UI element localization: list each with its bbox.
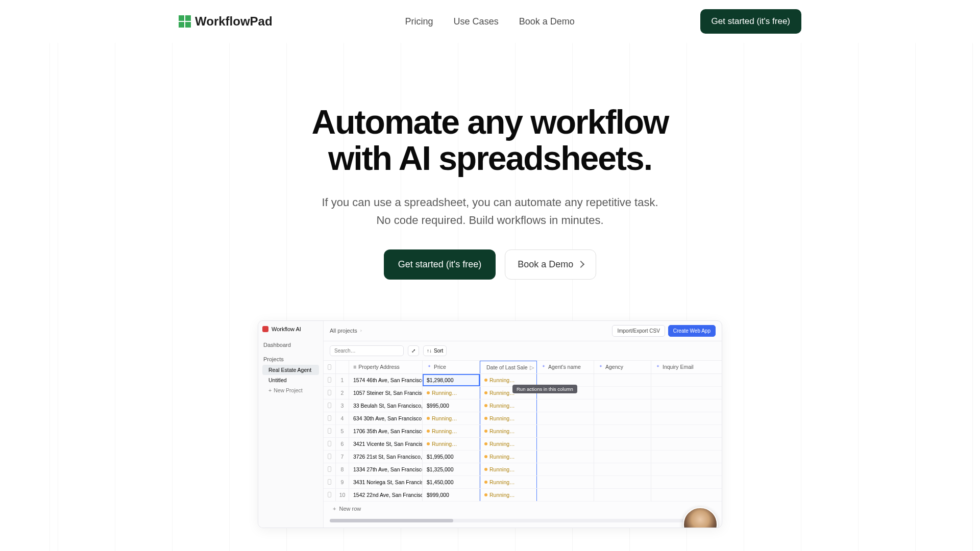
cell-price[interactable]: $995,000 — [423, 399, 480, 412]
cell-agency[interactable] — [594, 425, 651, 437]
cell-agent[interactable] — [537, 489, 594, 501]
cell-agent[interactable] — [537, 425, 594, 437]
table-row[interactable]: 63421 Vicente St, San Francisco, …Runnin… — [324, 438, 722, 450]
cell-email[interactable] — [651, 374, 718, 386]
cell-agent[interactable] — [537, 438, 594, 450]
row-checkbox[interactable] — [324, 438, 336, 450]
header-property-address[interactable]: ≡Property Address — [349, 361, 423, 373]
demo-brand[interactable]: Workflow AI — [262, 326, 319, 332]
table-row[interactable]: 101542 22nd Ave, San Francisco, …$999,00… — [324, 489, 722, 502]
cell-agency[interactable] — [594, 463, 651, 475]
cell-agency[interactable] — [594, 450, 651, 463]
play-icon[interactable]: ▷ — [530, 364, 534, 370]
cell-email[interactable] — [651, 412, 718, 424]
hero-get-started-button[interactable]: Get started (it's free) — [384, 249, 496, 280]
cell-date[interactable]: Running… — [480, 463, 537, 475]
cell-email[interactable] — [651, 399, 718, 412]
cell-agent[interactable] — [537, 412, 594, 424]
cell-price[interactable]: $1,298,000 — [423, 374, 480, 386]
cell-price[interactable]: Running… — [423, 412, 480, 424]
sidebar-project-untitled[interactable]: Untitled — [262, 375, 319, 385]
header-date-last-sale[interactable]: Date of Last Sale▷ — [480, 361, 537, 373]
cell-address[interactable]: 1334 27th Ave, San Francisco, C… — [349, 463, 423, 475]
cell-agency[interactable] — [594, 476, 651, 488]
sidebar-project-real-estate[interactable]: Real Estate Agent — [262, 365, 319, 375]
import-export-button[interactable]: Import/Export CSV — [612, 325, 665, 337]
row-checkbox[interactable] — [324, 399, 336, 412]
hero-book-demo-button[interactable]: Book a Demo — [505, 249, 596, 280]
header-agency[interactable]: Agency — [594, 361, 651, 373]
cell-date[interactable]: Running… — [480, 476, 537, 488]
header-price[interactable]: Price — [423, 361, 480, 373]
cell-email[interactable] — [651, 450, 718, 463]
header-checkbox[interactable] — [324, 361, 336, 373]
cell-price[interactable]: $999,000 — [423, 489, 480, 501]
cell-date[interactable]: Running… — [480, 412, 537, 424]
row-checkbox[interactable] — [324, 387, 336, 399]
cell-price[interactable]: Running… — [423, 387, 480, 399]
cell-price[interactable]: Running… — [423, 438, 480, 450]
cell-price[interactable]: $1,995,000 — [423, 450, 480, 463]
scrollbar-thumb[interactable] — [330, 519, 453, 522]
cell-agency[interactable] — [594, 399, 651, 412]
table-row[interactable]: 4634 30th Ave, San Francisco, C…Running…… — [324, 412, 722, 425]
cell-address[interactable]: 3726 21st St, San Francisco, CA … — [349, 450, 423, 463]
horizontal-scrollbar[interactable] — [330, 519, 716, 522]
new-row-button[interactable]: +New row — [324, 502, 722, 516]
cell-price[interactable]: $1,325,000 — [423, 463, 480, 475]
nav-book-demo[interactable]: Book a Demo — [519, 16, 575, 27]
cell-email[interactable] — [651, 476, 718, 488]
cell-date[interactable]: Running… — [480, 450, 537, 463]
cell-address[interactable]: 3431 Noriega St, San Francisco, … — [349, 476, 423, 488]
cell-address[interactable]: 33 Beulah St, San Francisco, CA… — [349, 399, 423, 412]
cell-date[interactable]: Running… — [480, 489, 537, 501]
cell-agency[interactable] — [594, 374, 651, 386]
nav-pricing[interactable]: Pricing — [405, 16, 433, 27]
cell-agency[interactable] — [594, 438, 651, 450]
cell-date[interactable]: Running… — [480, 438, 537, 450]
sidebar-item-dashboard[interactable]: Dashboard — [262, 339, 319, 350]
cell-agent[interactable] — [537, 476, 594, 488]
table-row[interactable]: 51706 35th Ave, San Francisco, C…Running… — [324, 425, 722, 438]
header-agent-name[interactable]: Agent's name — [537, 361, 594, 373]
table-row[interactable]: 93431 Noriega St, San Francisco, …$1,450… — [324, 476, 722, 489]
cell-agent[interactable] — [537, 450, 594, 463]
cell-address[interactable]: 1057 Steiner St, San Francisco, … — [349, 387, 423, 399]
row-checkbox[interactable] — [324, 374, 336, 386]
expand-button[interactable]: ⤢ — [408, 345, 419, 356]
table-row[interactable]: 73726 21st St, San Francisco, CA …$1,995… — [324, 450, 722, 463]
cell-email[interactable] — [651, 489, 718, 501]
cell-address[interactable]: 1574 46th Ave, San Francisco, C… — [349, 374, 423, 386]
cell-email[interactable] — [651, 463, 718, 475]
row-checkbox[interactable] — [324, 412, 336, 424]
cell-agency[interactable] — [594, 489, 651, 501]
row-checkbox[interactable] — [324, 476, 336, 488]
create-web-app-button[interactable]: Create Web App — [668, 325, 716, 337]
table-row[interactable]: 333 Beulah St, San Francisco, CA…$995,00… — [324, 399, 722, 412]
table-row[interactable]: 81334 27th Ave, San Francisco, C…$1,325,… — [324, 463, 722, 476]
cell-price[interactable]: $1,450,000 — [423, 476, 480, 488]
row-checkbox[interactable] — [324, 489, 336, 501]
breadcrumb[interactable]: All projects › — [330, 328, 362, 334]
sidebar-new-project[interactable]: +New Project — [262, 385, 319, 395]
cell-date[interactable]: Running… — [480, 425, 537, 437]
header-get-started-button[interactable]: Get started (it's free) — [700, 9, 801, 34]
sort-button[interactable]: ↑↓Sort — [423, 345, 447, 356]
header-inquiry-email[interactable]: Inquiry Email — [651, 361, 718, 373]
cell-address[interactable]: 3421 Vicente St, San Francisco, … — [349, 438, 423, 450]
nav-use-cases[interactable]: Use Cases — [454, 16, 499, 27]
row-checkbox[interactable] — [324, 450, 336, 463]
cell-email[interactable] — [651, 425, 718, 437]
cell-date[interactable]: Running… — [480, 399, 537, 412]
cell-agent[interactable] — [537, 463, 594, 475]
cell-address[interactable]: 1706 35th Ave, San Francisco, C… — [349, 425, 423, 437]
cell-email[interactable] — [651, 387, 718, 399]
row-checkbox[interactable] — [324, 463, 336, 475]
cell-email[interactable] — [651, 438, 718, 450]
search-input[interactable] — [330, 345, 404, 356]
cell-address[interactable]: 634 30th Ave, San Francisco, C… — [349, 412, 423, 424]
brand-logo[interactable]: WorkflowPad — [179, 14, 273, 29]
cell-agency[interactable] — [594, 387, 651, 399]
cell-agency[interactable] — [594, 412, 651, 424]
cell-address[interactable]: 1542 22nd Ave, San Francisco, … — [349, 489, 423, 501]
